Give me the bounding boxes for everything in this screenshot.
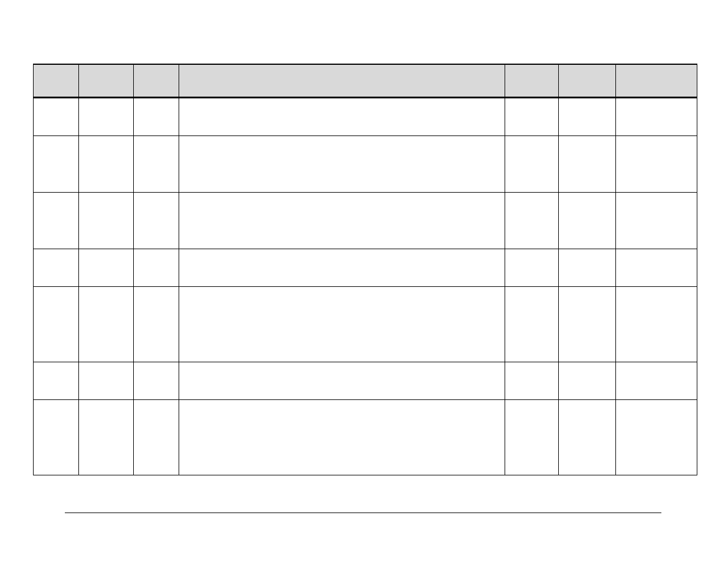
cell (34, 287, 79, 362)
cell (79, 362, 134, 400)
cell (559, 287, 616, 362)
cell (134, 287, 179, 362)
cell (179, 362, 505, 400)
footer-separator (65, 513, 661, 513)
cell (179, 136, 505, 193)
cell (559, 362, 616, 400)
cell (505, 136, 559, 193)
cell (79, 136, 134, 193)
cell (79, 287, 134, 362)
cell (34, 400, 79, 475)
cell (559, 136, 616, 193)
table-row (34, 193, 697, 249)
cell (179, 400, 505, 475)
cell (34, 193, 79, 249)
cell (616, 287, 697, 362)
cell (505, 287, 559, 362)
table-row (34, 136, 697, 193)
cell (505, 362, 559, 400)
table-row (34, 249, 697, 287)
cell (79, 249, 134, 287)
cell (616, 193, 697, 249)
cell (134, 136, 179, 193)
table-header-row (34, 64, 697, 97)
cell (134, 249, 179, 287)
cell (505, 400, 559, 475)
col-header-4 (179, 64, 505, 97)
cell (616, 400, 697, 475)
cell (559, 400, 616, 475)
cell (559, 98, 616, 136)
col-header-5 (505, 64, 559, 97)
col-header-2 (79, 64, 134, 97)
cell (505, 249, 559, 287)
cell (616, 98, 697, 136)
cell (505, 98, 559, 136)
cell (559, 249, 616, 287)
cell (616, 136, 697, 193)
cell (505, 193, 559, 249)
col-header-3 (134, 64, 179, 97)
cell (179, 193, 505, 249)
page (33, 64, 697, 475)
cell (134, 98, 179, 136)
col-header-7 (616, 64, 697, 97)
cell (559, 193, 616, 249)
col-header-1 (34, 64, 79, 97)
cell (79, 193, 134, 249)
cell (134, 400, 179, 475)
table-row (34, 362, 697, 400)
cell (616, 362, 697, 400)
cell (34, 98, 79, 136)
cell (79, 98, 134, 136)
cell (34, 362, 79, 400)
cell (179, 249, 505, 287)
table-row (34, 98, 697, 136)
cell (179, 98, 505, 136)
cell (179, 287, 505, 362)
table-row (34, 287, 697, 362)
data-table (33, 64, 697, 475)
cell (79, 400, 134, 475)
cell (34, 136, 79, 193)
cell (134, 193, 179, 249)
cell (134, 362, 179, 400)
cell (34, 249, 79, 287)
table-row (34, 400, 697, 475)
col-header-6 (559, 64, 616, 97)
cell (616, 249, 697, 287)
